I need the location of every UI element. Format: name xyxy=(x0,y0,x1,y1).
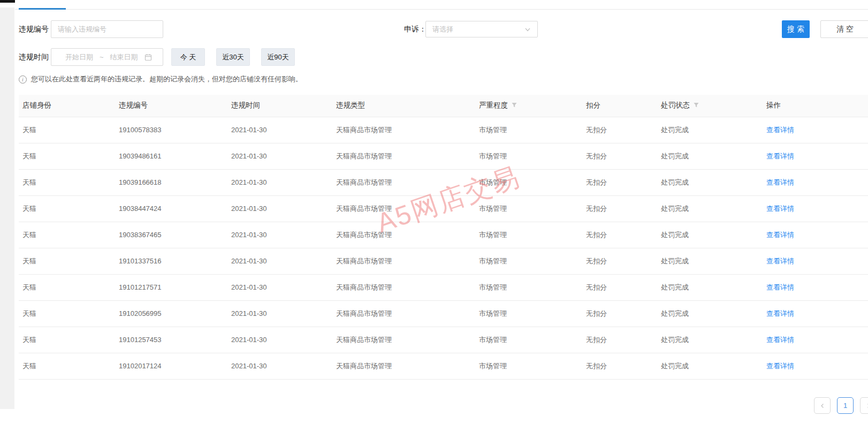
appeal-select-placeholder: 请选择 xyxy=(432,25,453,34)
cell-points: 无扣分 xyxy=(582,222,657,248)
cell-status: 处罚完成 xyxy=(657,222,763,248)
cell-action: 查看详情 xyxy=(763,300,868,327)
cell-shop: 天猫 xyxy=(19,195,115,222)
view-detail-link[interactable]: 查看详情 xyxy=(766,257,794,265)
date-range-separator: ~ xyxy=(100,53,104,61)
cell-action: 查看详情 xyxy=(763,195,868,222)
column-header-label: 处罚状态 xyxy=(661,101,690,109)
cell-status: 处罚完成 xyxy=(657,353,763,379)
cell-type: 天猫商品市场管理 xyxy=(332,274,475,300)
appeal-select[interactable]: 请选择 xyxy=(425,21,538,37)
cell-points: 无扣分 xyxy=(582,327,657,353)
view-detail-link[interactable]: 查看详情 xyxy=(766,336,794,344)
cell-points: 无扣分 xyxy=(582,274,657,300)
cell-type: 天猫商品市场管理 xyxy=(332,327,475,353)
cell-status: 处罚完成 xyxy=(657,169,763,195)
view-detail-link[interactable]: 查看详情 xyxy=(766,178,794,186)
cell-id: 19039486161 xyxy=(115,143,227,169)
cell-status: 处罚完成 xyxy=(657,300,763,327)
table-row: 天猫191012175712021-01-30天猫商品市场管理市场管理无扣分处罚… xyxy=(19,274,868,300)
view-detail-link[interactable]: 查看详情 xyxy=(766,283,794,291)
cell-shop: 天猫 xyxy=(19,274,115,300)
calendar-icon xyxy=(144,54,152,61)
view-detail-link[interactable]: 查看详情 xyxy=(766,362,794,370)
date-end-placeholder: 结束日期 xyxy=(110,52,138,62)
table-body: 天猫191005783832021-01-30天猫商品市场管理市场管理无扣分处罚… xyxy=(19,117,868,379)
filter-funnel-icon[interactable] xyxy=(693,102,699,110)
cell-severity: 市场管理 xyxy=(475,327,582,353)
column-header-time: 违规时间 xyxy=(227,95,332,117)
cell-type: 天猫商品市场管理 xyxy=(332,169,475,195)
cell-points: 无扣分 xyxy=(582,117,657,143)
cell-shop: 天猫 xyxy=(19,353,115,379)
quick-range-button-1[interactable]: 近30天 xyxy=(216,48,250,66)
cell-action: 查看详情 xyxy=(763,222,868,248)
clear-button[interactable]: 清 空 xyxy=(820,20,868,38)
table-row: 天猫191005783832021-01-30天猫商品市场管理市场管理无扣分处罚… xyxy=(19,117,868,143)
active-tab-indicator[interactable] xyxy=(19,8,66,10)
pagination-page-1-button[interactable]: 1 xyxy=(837,397,854,414)
cell-time: 2021-01-30 xyxy=(227,353,332,379)
column-header-severity: 严重程度 xyxy=(475,95,582,117)
cell-severity: 市场管理 xyxy=(475,274,582,300)
search-button[interactable]: 搜 索 xyxy=(782,20,810,38)
pagination-next-button[interactable] xyxy=(860,397,868,414)
date-start-placeholder: 开始日期 xyxy=(65,52,93,62)
cell-id: 19102017124 xyxy=(115,353,227,379)
pagination-prev-button[interactable] xyxy=(814,397,831,414)
table-header-row: 店铺身份违规编号违规时间违规类型严重程度扣分处罚状态操作 xyxy=(19,95,868,117)
column-header-label: 严重程度 xyxy=(479,101,508,109)
filter-funnel-icon[interactable] xyxy=(511,102,517,110)
table-row: 天猫190384474242021-01-30天猫商品市场管理市场管理无扣分处罚… xyxy=(19,195,868,222)
cell-severity: 市场管理 xyxy=(475,300,582,327)
cell-shop: 天猫 xyxy=(19,327,115,353)
column-header-label: 店铺身份 xyxy=(22,101,51,109)
cell-id: 19039166618 xyxy=(115,169,227,195)
table-row: 天猫190391666182021-01-30天猫商品市场管理市场管理无扣分处罚… xyxy=(19,169,868,195)
cell-time: 2021-01-30 xyxy=(227,274,332,300)
cell-shop: 天猫 xyxy=(19,169,115,195)
cell-status: 处罚完成 xyxy=(657,117,763,143)
cell-severity: 市场管理 xyxy=(475,117,582,143)
violation-no-input[interactable] xyxy=(51,20,163,38)
date-range-picker[interactable]: 开始日期 ~ 结束日期 xyxy=(51,48,163,66)
view-detail-link[interactable]: 查看详情 xyxy=(766,231,794,239)
filter-row-date: 违规时间： 开始日期 ~ 结束日期 今 天近30天近90天 xyxy=(19,48,868,66)
table-row: 天猫190394861612021-01-30天猫商品市场管理市场管理无扣分处罚… xyxy=(19,143,868,169)
cell-points: 无扣分 xyxy=(582,143,657,169)
cell-id: 19102056995 xyxy=(115,300,227,327)
quick-range-button-0[interactable]: 今 天 xyxy=(171,48,205,66)
cell-action: 查看详情 xyxy=(763,274,868,300)
cell-severity: 市场管理 xyxy=(475,248,582,274)
cell-time: 2021-01-30 xyxy=(227,327,332,353)
cell-shop: 天猫 xyxy=(19,248,115,274)
notice-text: 您可以在此处查看近两年的违规记录。超期的记录会消失，但对您的店铺没有任何影响。 xyxy=(31,74,302,84)
column-header-id: 违规编号 xyxy=(115,95,227,117)
cell-id: 19101217571 xyxy=(115,274,227,300)
cell-id: 19038447424 xyxy=(115,195,227,222)
pagination: 1 xyxy=(814,397,868,414)
cell-type: 天猫商品市场管理 xyxy=(332,248,475,274)
table-row: 天猫190383674652021-01-30天猫商品市场管理市场管理无扣分处罚… xyxy=(19,222,868,248)
column-header-label: 违规时间 xyxy=(231,101,260,109)
cell-points: 无扣分 xyxy=(582,300,657,327)
cell-points: 无扣分 xyxy=(582,353,657,379)
info-circle-icon: i xyxy=(19,75,27,84)
appeal-filter-group: 申诉： 请选择 xyxy=(404,21,427,37)
cell-type: 天猫商品市场管理 xyxy=(332,195,475,222)
chevron-down-icon xyxy=(524,26,531,33)
appeal-label: 申诉： xyxy=(404,21,427,37)
cell-points: 无扣分 xyxy=(582,195,657,222)
view-detail-link[interactable]: 查看详情 xyxy=(766,152,794,160)
cell-severity: 市场管理 xyxy=(475,195,582,222)
cell-time: 2021-01-30 xyxy=(227,195,332,222)
view-detail-link[interactable]: 查看详情 xyxy=(766,205,794,213)
view-detail-link[interactable]: 查看详情 xyxy=(766,126,794,134)
cell-id: 19101337516 xyxy=(115,248,227,274)
quick-range-button-2[interactable]: 近90天 xyxy=(261,48,295,66)
cell-action: 查看详情 xyxy=(763,248,868,274)
tab-bar xyxy=(15,0,868,10)
view-detail-link[interactable]: 查看详情 xyxy=(766,309,794,317)
table-row: 天猫191013375162021-01-30天猫商品市场管理市场管理无扣分处罚… xyxy=(19,248,868,274)
column-header-points: 扣分 xyxy=(582,95,657,117)
